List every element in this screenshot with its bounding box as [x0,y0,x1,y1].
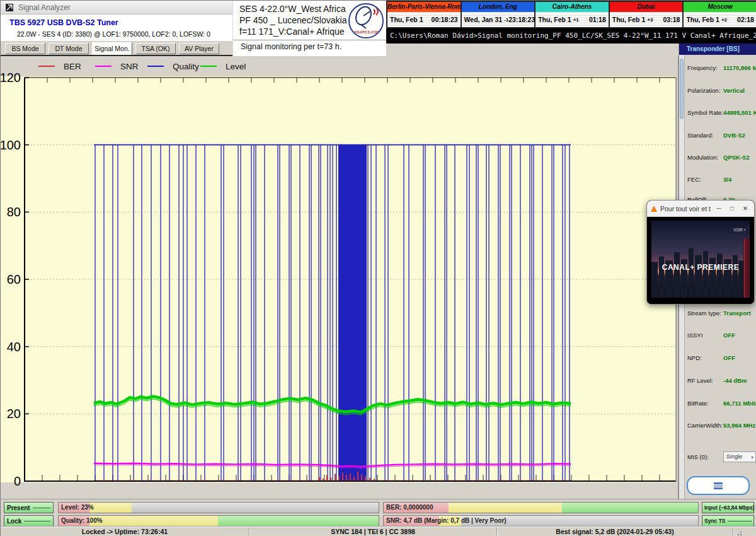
tab-bs-mode[interactable]: BS Mode [5,43,45,54]
clock-berlin-day: Thu, Feb 1 [390,16,423,23]
clock-moscow-day: Thu, Feb 1 [686,16,719,23]
maximize-button[interactable]: □ [727,205,737,212]
tuner-subtitle: 22.0W - SES 4 (ID: 3380) @ LOF1: 9750000… [17,30,210,38]
clock-cairo-time: 01:18 [589,16,606,23]
clock-dubai-offset: +3 [647,17,653,23]
video-title-label: CANAL+ PREMIERE [662,263,739,272]
field-bitrate: BitRate:66,711 Mbit/s [687,400,756,409]
satellite-info-panel: SES 4-22.0°W_West Africa PF 450 _ Lucene… [232,1,386,56]
signal-analyzer-window: Signal Analyzer TBS 5927 USB DVB-S2 Tune… [0,0,756,536]
clock-london-name: London, Eng [462,2,535,12]
status-sync-counters: SYNC 184 | TEI 6 | CC 3898 [249,527,497,536]
field-standard: Standard:DVB-S2 [687,132,756,141]
svg-text:Level: Level [226,62,246,71]
status-bar: Locked -> Uptime: 73:26:41 SYNC 184 | TE… [1,527,756,536]
svg-text:Quality: Quality [173,62,199,71]
popup-titlebar[interactable]: Pour tout voir et to... ─ □ ✕ [647,201,754,217]
clock-cairo-name: Cairo-Athens [536,2,609,12]
video-area[interactable]: VOIR + CANAL+ PREMIERE [647,217,754,304]
tab-av-player[interactable]: AV Player [179,43,219,54]
window-titlebar[interactable]: Signal Analyzer [1,1,232,15]
field-npd: NPD:OFF [687,354,756,363]
clock-cairo: Cairo-Athens Thu, Feb 1 +1 01:18 [536,2,610,27]
field-fec: FEC:3/4 [687,176,756,185]
mis-dropdown[interactable]: Single ▾ [723,452,756,462]
svg-text:100: 100 [1,138,21,152]
svg-text:0: 0 [14,474,21,488]
svg-text:60: 60 [7,272,21,286]
stream-list-button[interactable] [687,476,750,495]
field-frequency: Frequency:11170,866 MHz [687,64,756,73]
ber-meter-label: BER: 0,0000000 [386,504,433,511]
transponder-header: Transponder [BS] [679,44,756,55]
clock-moscow-name: Moscow [684,2,756,12]
quality-meter: Quality: 100% [58,515,379,527]
clock-berlin: Berlin-Paris-Vienna-Roma Thu, Feb 1 00:1… [387,2,462,27]
command-prompt-bar[interactable]: C:\Users\Roman Dávid>Signal monitoring_P… [386,28,756,44]
video-corner-label: VOIR + [733,228,746,232]
video-frame: VOIR + CANAL+ PREMIERE [651,221,750,298]
clock-berlin-time: 00:18:23 [432,16,458,23]
vlc-icon [651,206,657,212]
logo-text: DXSATCS.COM [350,30,382,34]
clock-moscow-offset: +2 [721,17,727,23]
scrollbar-thumb[interactable] [680,59,684,119]
clock-dubai-name: Dubai [610,2,683,12]
clock-dubai-time: 03:18 [663,16,680,23]
resize-grip[interactable] [733,527,756,536]
signal-chart-panel: 020406080100120BERSNRQualityLevel [1,56,679,499]
command-line-text: C:\Users\Roman Dávid>Signal monitoring_P… [390,32,756,40]
snr-meter-label: SNR: 4,7 dB (Margin: 0,7 dB | Very Poor) [386,517,507,524]
clock-london-time: 23:18:23 [508,16,535,23]
field-stream-type: Stream type:Transport [687,310,756,318]
field-symbol-rate: Symbol Rate:44995,501 KS/s [687,109,756,118]
minimize-button[interactable]: ─ [714,205,724,212]
separator [233,40,387,40]
vlc-popup-window[interactable]: Pour tout voir et to... ─ □ ✕ [646,200,755,305]
present-indicator: Present [4,502,54,513]
clock-london: London, Eng Wed, Jan 31 -1 23:18:23 [462,2,536,27]
field-polarization: Polarization:Vertical [687,87,756,96]
svg-text:40: 40 [7,340,21,354]
field-mis: MIS (0): Single ▾ [687,453,756,462]
mode-tab-strip: BS Mode DT Mode Signal Mon. TSA (OK) AV … [1,41,232,56]
clock-cairo-day: Thu, Feb 1 [538,16,571,23]
clock-dubai-day: Thu, Feb 1 [612,16,646,23]
list-icon [714,482,723,484]
signal-chart: 020406080100120BERSNRQualityLevel [1,56,679,499]
tab-tsa[interactable]: TSA (OK) [135,43,176,54]
window-title: Signal Analyzer [18,3,71,12]
svg-text:SNR: SNR [120,62,139,71]
clock-dubai: Dubai Thu, Feb 1 +3 03:18 [610,2,684,27]
tuner-title: TBS 5927 USB DVB-S2 Tuner [9,18,118,27]
field-rf-level: RF Level:-44 dBm [687,377,756,386]
snr-meter: SNR: 4,7 dB (Margin: 0,7 dB | Very Poor) [383,515,699,527]
tab-signal-mon[interactable]: Signal Mon. [92,42,132,55]
level-meter: Level: 23% [58,502,379,513]
close-button[interactable]: ✕ [740,205,750,212]
field-issyi: ISSYIOFF [687,332,756,341]
level-meter-label: Level: 23% [61,504,94,511]
field-carrierwidth: CarrierWidth:53,994 MHz [687,422,756,431]
clock-cairo-offset: +1 [573,17,579,23]
status-best-signal: Best signal: 5,2 dB (2024-01-29 05:43) [497,527,733,536]
clock-moscow-time: 02:18 [737,16,754,23]
quality-meter-label: Quality: 100% [61,517,103,524]
status-locked-uptime: Locked -> Uptime: 73:26:41 [1,527,249,536]
input-indicator: Input (~63,84 Mbps) [702,502,754,513]
satellite-dish-icon [350,4,382,30]
city-skyline-image: VOIR + CANAL+ PREMIERE [651,221,750,298]
sync-ts-indicator: Sync TS [702,515,754,527]
satellite-line-1: SES 4-22.0°W_West Africa [239,4,346,14]
monitoring-caption: Signal monitoring per t=73 h. [241,42,341,51]
svg-text:BER: BER [64,62,81,71]
svg-text:20: 20 [7,407,21,421]
lock-indicator: Lock [4,515,54,527]
popup-title-text: Pour tout voir et to... [660,205,711,213]
dxsatcs-logo: DXSATCS.COM [348,3,384,38]
ber-meter: BER: 0,0000000 [383,502,699,513]
clock-london-day: Wed, Jan 31 [464,16,503,23]
satellite-line-3: f=11 171_V:Canal+ Afrique [239,26,345,37]
tab-dt-mode[interactable]: DT Mode [49,43,89,54]
tuner-info-panel: TBS 5927 USB DVB-S2 Tuner 22.0W - SES 4 … [1,15,232,41]
